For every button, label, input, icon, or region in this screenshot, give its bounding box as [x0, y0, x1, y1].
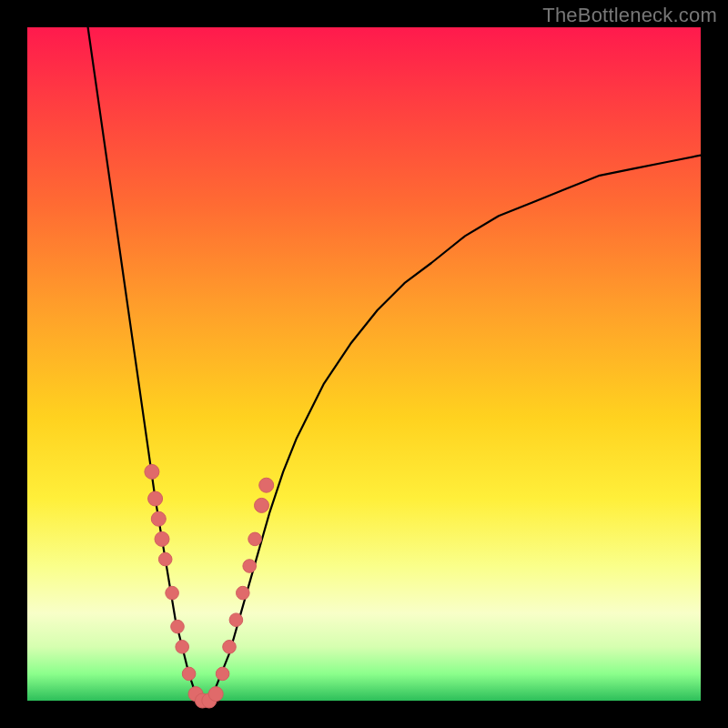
data-point [216, 667, 229, 681]
data-point [237, 586, 250, 600]
plot-area [27, 27, 701, 701]
data-point [229, 613, 243, 627]
curve-svg [27, 27, 701, 701]
data-point [223, 641, 237, 654]
chart-frame: TheBottleneck.com [0, 0, 728, 728]
data-point [158, 552, 172, 566]
data-point [166, 586, 179, 600]
curve-right [209, 156, 701, 701]
data-point [259, 478, 274, 492]
data-point [243, 560, 257, 573]
watermark-text: TheBottleneck.com [542, 4, 717, 27]
data-point [151, 511, 166, 526]
data-point [171, 620, 185, 633]
data-point [182, 667, 196, 681]
data-point [248, 532, 262, 546]
data-points [145, 464, 274, 708]
data-point [176, 641, 189, 654]
data-point [208, 687, 223, 702]
data-point [255, 498, 269, 512]
data-point [148, 491, 163, 506]
data-point [155, 531, 169, 546]
curve-left [88, 27, 203, 701]
data-point [145, 464, 159, 479]
